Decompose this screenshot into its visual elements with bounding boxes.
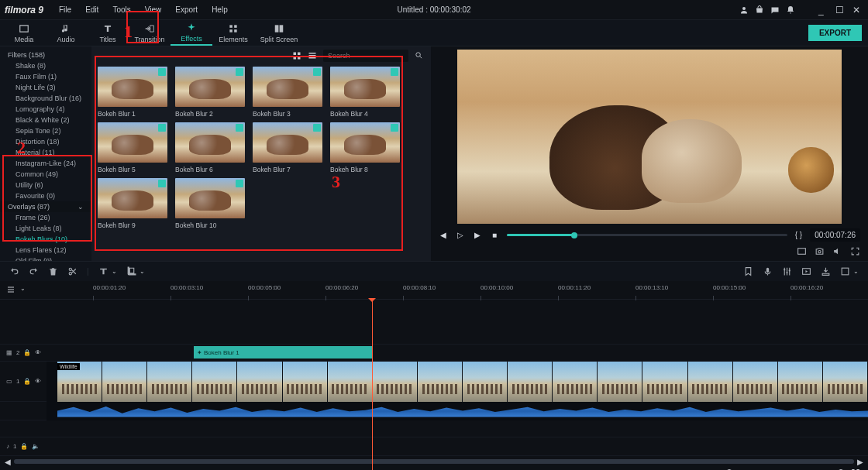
delete-icon[interactable]: [48, 266, 58, 276]
sidebar-item[interactable]: Black & White (2): [0, 115, 91, 125]
scroll-left-icon[interactable]: ◀: [5, 458, 11, 466]
sidebar-item[interactable]: Background Blur (16): [0, 93, 91, 104]
download-icon[interactable]: [313, 124, 321, 132]
play-back-button[interactable]: ▷: [456, 231, 465, 240]
sidebar-item[interactable]: Shake (8): [0, 60, 91, 71]
tab-effects[interactable]: Effects: [170, 20, 212, 46]
chevron-down-icon[interactable]: ⌄: [20, 285, 26, 292]
lock-icon[interactable]: 🔒: [23, 349, 31, 356]
mark-brackets[interactable]: { }: [795, 231, 802, 239]
download-icon[interactable]: [313, 68, 321, 76]
fullscreen-icon[interactable]: [850, 246, 860, 256]
tab-elements[interactable]: Elements: [212, 20, 254, 46]
tab-titles[interactable]: Titles: [87, 20, 129, 46]
menu-export[interactable]: Export: [169, 4, 204, 15]
sidebar-item[interactable]: Instagram-Like (24): [0, 158, 91, 169]
menu-edit[interactable]: Edit: [79, 4, 105, 15]
chevron-down-icon[interactable]: ⌄: [112, 268, 117, 275]
sidebar-item[interactable]: Frame (26): [0, 212, 91, 223]
sidebar-item[interactable]: Lens Flares (12): [0, 245, 91, 256]
download-icon[interactable]: [158, 180, 166, 187]
effect-clip[interactable]: ✦Bokeh Blur 1: [194, 346, 372, 359]
render-icon[interactable]: [801, 266, 811, 276]
crop-icon[interactable]: [126, 266, 136, 276]
stop-button[interactable]: ■: [490, 231, 499, 240]
redo-icon[interactable]: [29, 266, 39, 276]
preview-viewport[interactable]: [457, 50, 842, 224]
chevron-down-icon[interactable]: ⌄: [853, 268, 859, 275]
effect-thumbnail[interactable]: Bokeh Blur 6: [175, 122, 245, 173]
download-icon[interactable]: [236, 124, 243, 132]
sidebar-item[interactable]: Favourite (0): [0, 190, 91, 201]
download-icon[interactable]: [158, 68, 166, 76]
playhead[interactable]: [372, 300, 373, 470]
sidebar-item[interactable]: Material (11): [0, 147, 91, 158]
mixer-icon[interactable]: [782, 266, 792, 276]
sidebar-item[interactable]: Sepia Tone (2): [0, 125, 91, 136]
undo-icon[interactable]: [9, 266, 19, 276]
effect-thumbnail[interactable]: Bokeh Blur 7: [253, 122, 322, 173]
effect-thumbnail[interactable]: Bokeh Blur 3: [253, 67, 322, 118]
volume-icon[interactable]: [832, 246, 842, 256]
tab-media[interactable]: Media: [3, 20, 45, 46]
minimize-button[interactable]: _: [818, 5, 829, 15]
menu-view[interactable]: View: [139, 4, 168, 15]
export-frame-icon[interactable]: [821, 266, 831, 276]
close-button[interactable]: ✕: [852, 5, 863, 15]
edit-text-icon[interactable]: [98, 266, 108, 276]
menu-tools[interactable]: Tools: [106, 4, 136, 15]
effect-thumbnail[interactable]: Bokeh Blur 9: [98, 178, 167, 229]
lock-icon[interactable]: 🔒: [23, 378, 31, 385]
export-button[interactable]: EXPORT: [808, 25, 862, 41]
menu-file[interactable]: File: [53, 4, 78, 15]
split-icon[interactable]: [67, 266, 78, 276]
effect-thumbnail[interactable]: Bokeh Blur 5: [98, 122, 167, 173]
sidebar-item[interactable]: Old Film (9): [0, 256, 91, 261]
list-view-icon[interactable]: [308, 51, 317, 60]
timeline-ruler[interactable]: ⌄ 00:00:01:2000:00:03:1000:00:05:0000:00…: [0, 281, 868, 300]
preview-quality-icon[interactable]: [797, 246, 807, 256]
effect-thumbnail[interactable]: Bokeh Blur 10: [175, 178, 245, 229]
scroll-right-icon[interactable]: ▶: [857, 458, 863, 466]
settings-dropdown-icon[interactable]: [840, 266, 850, 276]
maximize-button[interactable]: ☐: [835, 5, 846, 15]
sidebar-item[interactable]: Common (49): [0, 169, 91, 180]
sidebar-item[interactable]: Lomography (4): [0, 104, 91, 115]
timeline-scrollbar[interactable]: [14, 459, 854, 464]
record-voiceover-icon[interactable]: [763, 266, 773, 276]
video-track-lane[interactable]: Wildlife: [46, 362, 868, 402]
sidebar-item-bokeh-blurs[interactable]: Bokeh Blurs (10): [0, 234, 91, 245]
effect-thumbnail[interactable]: Bokeh Blur 4: [330, 67, 400, 118]
search-icon[interactable]: [415, 51, 423, 61]
sidebar-group-filters[interactable]: Filters (158): [0, 50, 91, 60]
video-clip[interactable]: [57, 362, 868, 402]
message-icon[interactable]: [770, 5, 780, 15]
sidebar-group-overlays[interactable]: Overlays (87)⌄: [0, 201, 91, 212]
sidebar-item[interactable]: Light Leaks (8): [0, 223, 91, 234]
store-icon[interactable]: [755, 5, 764, 15]
mute-icon[interactable]: 🔈: [32, 443, 40, 450]
effect-thumbnail[interactable]: Bokeh Blur 2: [175, 67, 245, 118]
download-icon[interactable]: [236, 180, 243, 187]
effect-thumbnail[interactable]: Bokeh Blur 8: [330, 122, 400, 173]
tab-audio[interactable]: Audio: [45, 20, 87, 46]
download-icon[interactable]: [391, 124, 398, 132]
chevron-down-icon[interactable]: ⌄: [140, 268, 145, 275]
prev-frame-button[interactable]: ◀: [439, 231, 448, 240]
marker-icon[interactable]: [743, 266, 753, 276]
menu-help[interactable]: Help: [205, 4, 234, 15]
download-icon[interactable]: [158, 124, 166, 132]
eye-icon[interactable]: 👁: [35, 349, 41, 356]
account-icon[interactable]: [739, 5, 749, 15]
audio-track-lane[interactable]: [46, 402, 868, 420]
search-input[interactable]: [323, 50, 408, 62]
tab-transition[interactable]: Transition: [129, 20, 170, 46]
track-manager-icon[interactable]: [6, 285, 16, 296]
effect-thumbnail[interactable]: Bokeh Blur 1: [98, 67, 167, 118]
preview-scrubber[interactable]: [507, 234, 787, 236]
download-icon[interactable]: [391, 68, 398, 76]
snapshot-icon[interactable]: [815, 246, 825, 256]
download-icon[interactable]: [236, 68, 243, 76]
eye-icon[interactable]: 👁: [35, 378, 41, 385]
notification-icon[interactable]: [786, 5, 795, 15]
